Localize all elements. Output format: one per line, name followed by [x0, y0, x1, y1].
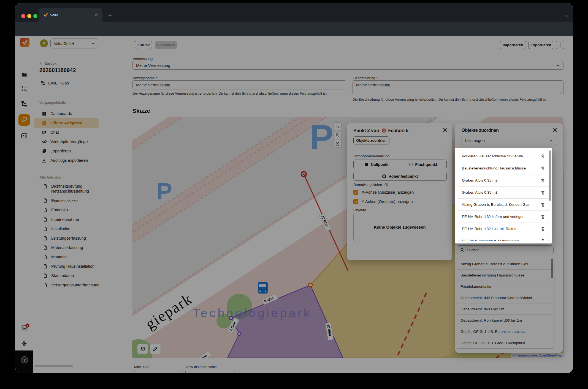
assigned-objects-popover: Vorklären Hausanschlüsse St/Ga/Wa Bauste…: [455, 148, 552, 243]
window-minimize-button[interactable]: [27, 14, 31, 18]
new-tab-button[interactable]: [108, 13, 112, 17]
assigned-object-row[interactable]: PE-NA-Rohr d 32 liefern und verlegen: [458, 211, 549, 223]
window-zoom-button[interactable]: [33, 14, 37, 18]
assigned-object-row[interactable]: Baustelleneinrichtung Hausanschlüsse: [458, 162, 549, 174]
tab-close-icon[interactable]: [95, 13, 98, 17]
assigned-list-scrollbar[interactable]: [549, 150, 551, 201]
tab-overview-chevron-icon[interactable]: [565, 14, 569, 18]
assigned-object-row[interactable]: PE-HA-Rohr d 32 l.u.l. mit Rakete: [458, 223, 549, 235]
assigned-object-row[interactable]: Vorklären Hausanschlüsse St/Ga/Wa: [458, 150, 549, 162]
trash-icon[interactable]: [541, 166, 545, 171]
vaira-favicon: [44, 13, 48, 17]
trash-icon[interactable]: [541, 178, 545, 183]
browser-window: Vaira office.vaira.app/o/c7be7mnm5f1rdro…: [15, 3, 573, 373]
window-close-button[interactable]: [21, 14, 25, 18]
trash-icon[interactable]: [541, 215, 545, 219]
assigned-object-row[interactable]: Graben A bis 0,35 m3: [458, 174, 549, 187]
browser-toolbar: office.vaira.app/o/c7be7mnm5f1rdro8tg2g/…: [15, 22, 573, 36]
browser-tab[interactable]: Vaira: [39, 8, 102, 22]
trash-icon[interactable]: [541, 202, 545, 207]
trash-icon[interactable]: [541, 154, 545, 158]
trash-icon[interactable]: [541, 239, 545, 241]
trash-icon[interactable]: [541, 190, 545, 195]
screenshot-root: { "browser": { "tab_title": "Vaira", "ur…: [0, 0, 588, 389]
trash-icon[interactable]: [541, 227, 545, 231]
tab-title: Vaira: [50, 13, 58, 17]
assigned-object-row[interactable]: PE 100 Kugelhahn d 32 montieren: [458, 235, 549, 241]
tab-strip: Vaira: [15, 3, 573, 22]
assigned-object-row[interactable]: Abzug Graben b. Bereitst.d. Kunden Gas: [458, 199, 549, 211]
assigned-objects-list: Vorklären Hausanschlüsse St/Ga/Wa Bauste…: [458, 150, 549, 241]
assigned-object-row[interactable]: Graben A bis 0,35 m3: [458, 187, 549, 199]
